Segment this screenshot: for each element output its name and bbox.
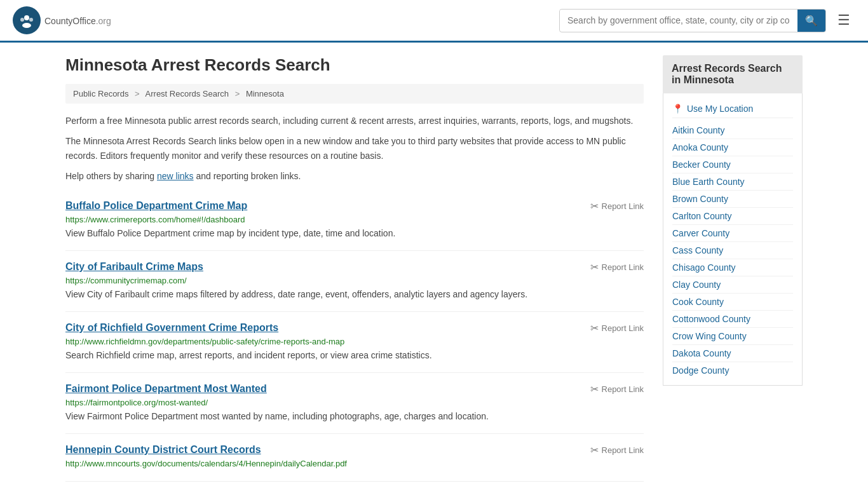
- search-button[interactable]: 🔍: [797, 10, 825, 32]
- scissors-icon-1: ✂: [590, 261, 599, 273]
- list-item: Brown County: [672, 191, 793, 208]
- result-header: City of Faribault Crime Maps ✂ Report Li…: [65, 261, 644, 273]
- county-link-11[interactable]: Cottonwood County: [672, 314, 750, 324]
- breadcrumb-sep-1: >: [135, 89, 140, 98]
- county-link-13[interactable]: Dakota County: [672, 348, 731, 358]
- result-title-0[interactable]: Buffalo Police Department Crime Map: [65, 200, 247, 212]
- county-link-2[interactable]: Becker County: [672, 159, 731, 170]
- use-my-location-button[interactable]: 📍 Use My Location: [672, 100, 793, 118]
- result-desc-3: View Fairmont Police Department most wan…: [65, 410, 644, 423]
- report-link-label-4: Report Link: [602, 445, 644, 455]
- report-link-4[interactable]: ✂ Report Link: [590, 444, 644, 456]
- result-header: Hennepin County District Court Records ✂…: [65, 444, 644, 456]
- list-item: Crow Wing County: [672, 328, 793, 345]
- menu-button[interactable]: ☰: [832, 10, 855, 31]
- breadcrumb-public-records[interactable]: Public Records: [73, 89, 128, 98]
- result-item: City of Richfield Government Crime Repor…: [65, 312, 644, 373]
- result-title-4[interactable]: Hennepin County District Court Records: [65, 444, 261, 456]
- county-link-1[interactable]: Anoka County: [672, 142, 728, 152]
- list-item: Aitkin County: [672, 122, 793, 139]
- scissors-icon-4: ✂: [590, 444, 599, 456]
- county-link-9[interactable]: Clay County: [672, 280, 721, 290]
- list-item: Blue Earth County: [672, 173, 793, 191]
- report-link-0[interactable]: ✂ Report Link: [590, 200, 644, 212]
- main-content: Minnesota Arrest Records Search Public R…: [65, 55, 644, 482]
- report-link-label-2: Report Link: [602, 323, 644, 333]
- result-url-1: https://communitycrimemap.com/: [65, 276, 644, 285]
- breadcrumb-sep-2: >: [235, 89, 240, 98]
- sidebar: Arrest Records Search in Minnesota 📍 Use…: [663, 55, 803, 482]
- result-item: Hennepin County District Court Records ✂…: [65, 434, 644, 482]
- result-url-3: https://fairmontpolice.org/most-wanted/: [65, 398, 644, 407]
- result-header: Fairmont Police Department Most Wanted ✂…: [65, 383, 644, 395]
- breadcrumb-arrest-records[interactable]: Arrest Records Search: [146, 89, 229, 98]
- logo-area: CountyOffice.org: [13, 6, 111, 34]
- report-link-3[interactable]: ✂ Report Link: [590, 383, 644, 395]
- list-item: Cass County: [672, 242, 793, 259]
- list-item: Chisago County: [672, 259, 793, 276]
- svg-point-2: [22, 23, 31, 28]
- scissors-icon-3: ✂: [590, 383, 599, 395]
- report-link-label-0: Report Link: [602, 201, 644, 211]
- list-item: Becker County: [672, 156, 793, 173]
- county-link-6[interactable]: Carver County: [672, 228, 729, 238]
- svg-point-1: [24, 15, 29, 20]
- scissors-icon-2: ✂: [590, 322, 599, 334]
- county-link-14[interactable]: Dodge County: [672, 365, 729, 376]
- list-item: Carlton County: [672, 208, 793, 225]
- sidebar-content: 📍 Use My Location Aitkin CountyAnoka Cou…: [663, 93, 803, 386]
- logo-icon: [13, 6, 41, 34]
- county-link-12[interactable]: Crow Wing County: [672, 331, 747, 341]
- list-item: Cook County: [672, 294, 793, 311]
- results-list: Buffalo Police Department Crime Map ✂ Re…: [65, 190, 644, 482]
- new-links-link[interactable]: new links: [157, 171, 194, 181]
- list-item: Carver County: [672, 225, 793, 242]
- county-link-0[interactable]: Aitkin County: [672, 125, 724, 135]
- result-title-2[interactable]: City of Richfield Government Crime Repor…: [65, 322, 278, 334]
- report-link-label-1: Report Link: [602, 262, 644, 272]
- county-link-3[interactable]: Blue Earth County: [672, 177, 745, 187]
- svg-point-3: [20, 18, 24, 22]
- result-item: City of Faribault Crime Maps ✂ Report Li…: [65, 251, 644, 312]
- description-2: The Minnesota Arrest Records Search link…: [65, 134, 644, 163]
- result-item: Buffalo Police Department Crime Map ✂ Re…: [65, 190, 644, 251]
- county-link-4[interactable]: Brown County: [672, 194, 728, 204]
- result-url-0: https://www.crimereports.com/home#!/dash…: [65, 215, 644, 224]
- scissors-icon-0: ✂: [590, 200, 599, 212]
- search-bar: 🔍: [559, 9, 826, 32]
- location-label: Use My Location: [687, 104, 753, 114]
- county-link-7[interactable]: Cass County: [672, 245, 723, 255]
- result-title-1[interactable]: City of Faribault Crime Maps: [65, 261, 203, 273]
- result-header: Buffalo Police Department Crime Map ✂ Re…: [65, 200, 644, 212]
- result-url-4: http://www.mncourts.gov/documents/calend…: [65, 459, 644, 468]
- county-link-5[interactable]: Carlton County: [672, 211, 731, 221]
- breadcrumb-minnesota: Minnesota: [246, 89, 284, 98]
- description-3: Help others by sharing new links and rep…: [65, 169, 644, 183]
- report-link-1[interactable]: ✂ Report Link: [590, 261, 644, 273]
- county-list: Aitkin CountyAnoka CountyBecker CountyBl…: [672, 122, 793, 379]
- list-item: Dodge County: [672, 362, 793, 379]
- report-link-label-3: Report Link: [602, 384, 644, 394]
- list-item: Cottonwood County: [672, 311, 793, 328]
- list-item: Clay County: [672, 276, 793, 294]
- result-desc-1: View City of Faribault crime maps filter…: [65, 288, 644, 301]
- county-link-8[interactable]: Chisago County: [672, 262, 736, 273]
- result-url-2: http://www.richfieldmn.gov/departments/p…: [65, 337, 644, 346]
- result-desc-2: Search Richfield crime map, arrest repor…: [65, 349, 644, 362]
- result-header: City of Richfield Government Crime Repor…: [65, 322, 644, 334]
- result-desc-0: View Buffalo Police Department crime map…: [65, 227, 644, 240]
- search-input[interactable]: [560, 10, 797, 30]
- svg-point-4: [29, 18, 33, 22]
- site-header: CountyOffice.org 🔍 ☰: [0, 0, 868, 43]
- breadcrumb: Public Records > Arrest Records Search >…: [65, 84, 644, 104]
- logo-text: CountyOffice.org: [44, 14, 111, 27]
- sidebar-title: Arrest Records Search in Minnesota: [663, 55, 803, 93]
- list-item: Anoka County: [672, 139, 793, 156]
- list-item: Dakota County: [672, 345, 793, 362]
- page-title: Minnesota Arrest Records Search: [65, 55, 644, 75]
- header-right: 🔍 ☰: [559, 9, 855, 32]
- report-link-2[interactable]: ✂ Report Link: [590, 322, 644, 334]
- result-item: Fairmont Police Department Most Wanted ✂…: [65, 373, 644, 434]
- result-title-3[interactable]: Fairmont Police Department Most Wanted: [65, 383, 267, 395]
- county-link-10[interactable]: Cook County: [672, 297, 724, 307]
